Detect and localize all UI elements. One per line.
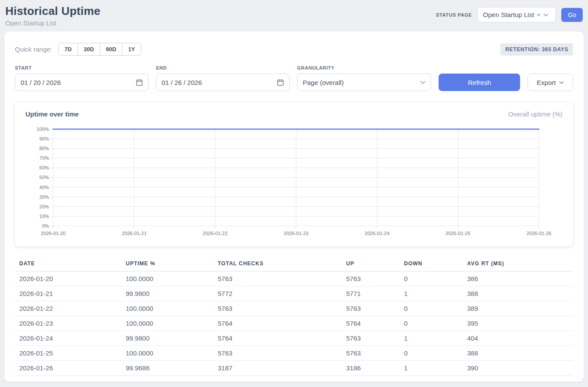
svg-text:50%: 50% (39, 175, 49, 180)
export-button-label: Export (537, 79, 556, 86)
svg-text:2026-01-26: 2026-01-26 (527, 231, 552, 236)
cell-uptime-percent: 100.0000 (121, 316, 213, 331)
svg-text:2026-01-25: 2026-01-25 (446, 231, 471, 236)
cell-uptime-percent: 100.0000 (121, 346, 213, 361)
cell-down: 1 (400, 286, 463, 301)
cell-date: 2026-01-21 (15, 286, 121, 301)
refresh-button[interactable]: Refresh (439, 74, 520, 91)
cell-total-checks: 5764 (213, 331, 342, 346)
end-date-input[interactable]: 01 / 26 / 2026 (156, 74, 290, 91)
column-header: AVG RT (MS) (463, 257, 573, 271)
start-date-label: START (15, 65, 149, 70)
cell-up: 5771 (342, 286, 400, 301)
cell-avg-rt: 390 (463, 361, 573, 376)
svg-text:2026-01-24: 2026-01-24 (365, 231, 390, 236)
table-row: 2026-01-22 100.0000 5763 5763 0 389 (15, 301, 573, 316)
table-row: 2026-01-25 100.0000 5763 5763 0 388 (15, 346, 573, 361)
cell-down: 0 (400, 346, 463, 361)
retention-badge: RETENTION: 365 DAYS (500, 43, 573, 56)
start-date-input[interactable]: 01 / 20 / 2026 (15, 74, 149, 91)
svg-text:20%: 20% (39, 204, 49, 209)
column-header: UPTIME % (121, 257, 213, 271)
column-header: DATE (15, 257, 121, 271)
cell-avg-rt: 395 (463, 316, 573, 331)
uptime-line-chart[interactable]: 0%10%20%30%40%50%60%70%80%90%100%2026-01… (25, 123, 563, 240)
chevron-down-icon (559, 81, 564, 84)
granularity-field: GRANULARITY Page (overall) (297, 65, 431, 91)
calendar-icon[interactable] (277, 79, 284, 86)
cell-up: 5763 (342, 331, 400, 346)
cell-date: 2026-01-22 (15, 301, 121, 316)
cell-avg-rt: 388 (463, 286, 573, 301)
start-date-value: 01 / 20 / 2026 (21, 79, 61, 86)
header-controls: STATUS PAGE Open Startup List × Go (436, 7, 583, 22)
svg-text:2026-01-23: 2026-01-23 (284, 231, 309, 236)
svg-text:80%: 80% (39, 146, 49, 151)
page-title: Historical Uptime (5, 4, 100, 18)
cell-date: 2026-01-20 (15, 271, 121, 286)
table-row: 2026-01-21 99.9800 5772 5771 1 388 (15, 286, 573, 301)
cell-down: 0 (400, 316, 463, 331)
svg-text:2026-01-20: 2026-01-20 (41, 231, 66, 236)
cell-up: 5764 (342, 316, 400, 331)
granularity-select[interactable]: Page (overall) (297, 74, 431, 91)
cell-uptime-percent: 100.0000 (121, 301, 213, 316)
cell-up: 5763 (342, 271, 400, 286)
svg-text:2026-01-21: 2026-01-21 (122, 231, 147, 236)
table-row: 2026-01-24 99.9800 5764 5763 1 404 (15, 331, 573, 346)
column-header: TOTAL CHECKS (213, 257, 342, 271)
cell-avg-rt: 404 (463, 331, 573, 346)
quick-range-button-30d[interactable]: 30D (78, 43, 100, 56)
main-panel: Quick range: 7D30D90D1Y RETENTION: 365 D… (4, 32, 584, 382)
cell-date: 2026-01-24 (15, 331, 121, 346)
cell-avg-rt: 388 (463, 346, 573, 361)
uptime-chart-card: Uptime over time Overall uptime (%) 0%10… (15, 102, 573, 246)
cell-total-checks: 5763 (213, 301, 342, 316)
svg-text:0%: 0% (42, 223, 49, 229)
quick-range-button-7d[interactable]: 7D (58, 43, 78, 56)
chevron-down-icon (543, 13, 549, 17)
cell-avg-rt: 386 (463, 271, 573, 286)
table-header-row: DATEUPTIME %TOTAL CHECKSUPDOWNAVG RT (MS… (15, 257, 573, 271)
go-button[interactable]: Go (561, 8, 583, 22)
page-subtitle: Open Startup List (5, 19, 100, 27)
cell-total-checks: 5763 (213, 346, 342, 361)
cell-up: 3186 (342, 361, 400, 376)
cell-date: 2026-01-23 (15, 316, 121, 331)
cell-total-checks: 3187 (213, 361, 342, 376)
top-header: Historical Uptime Open Startup List STAT… (0, 0, 588, 32)
table-row: 2026-01-26 99.9686 3187 3186 1 390 (15, 361, 573, 376)
cell-up: 5763 (342, 346, 400, 361)
quick-range-button-1y[interactable]: 1Y (122, 43, 141, 56)
status-page-select[interactable]: Open Startup List × (477, 7, 556, 22)
status-page-selected-value: Open Startup List (483, 11, 534, 18)
cell-uptime-percent: 99.9800 (121, 286, 213, 301)
export-button[interactable]: Export (528, 74, 573, 91)
cell-down: 1 (400, 361, 463, 376)
cell-total-checks: 5763 (213, 271, 342, 286)
start-date-field: START 01 / 20 / 2026 (15, 65, 149, 91)
granularity-selected-value: Page (overall) (303, 79, 344, 86)
end-date-label: END (156, 65, 290, 70)
quick-range-button-90d[interactable]: 90D (100, 43, 123, 56)
cell-down: 1 (400, 331, 463, 346)
status-page-label: STATUS PAGE (436, 12, 472, 18)
calendar-icon[interactable] (136, 79, 143, 86)
cell-uptime-percent: 99.9800 (121, 331, 213, 346)
cell-up: 5763 (342, 301, 400, 316)
cell-date: 2026-01-25 (15, 346, 121, 361)
svg-text:30%: 30% (39, 194, 49, 200)
cell-total-checks: 5772 (213, 286, 342, 301)
cell-uptime-percent: 99.9686 (121, 361, 213, 376)
end-date-field: END 01 / 26 / 2026 (156, 65, 290, 91)
quick-range-button-group: 7D30D90D1Y (58, 43, 141, 56)
cell-down: 0 (400, 271, 463, 286)
table-row: 2026-01-20 100.0000 5763 5763 0 386 (15, 271, 573, 286)
title-block: Historical Uptime Open Startup List (5, 4, 100, 27)
cell-total-checks: 5764 (213, 316, 342, 331)
clear-selection-icon[interactable]: × (537, 11, 541, 18)
uptime-table: DATEUPTIME %TOTAL CHECKSUPDOWNAVG RT (MS… (15, 257, 573, 376)
filter-form-row: START 01 / 20 / 2026 END 01 / 26 / 2026 … (15, 65, 573, 91)
svg-text:100%: 100% (37, 127, 49, 132)
column-header: UP (342, 257, 400, 271)
